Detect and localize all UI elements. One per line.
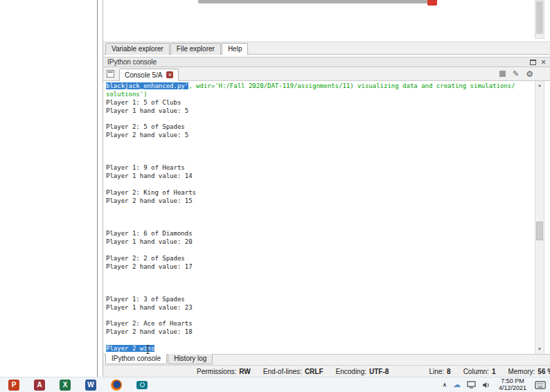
excel-icon[interactable]: X [60,380,71,391]
undock-pane-icon[interactable] [530,60,536,65]
editor-scrollbar-thumb[interactable] [536,1,543,34]
tab-file-explorer[interactable]: File explorer [170,43,221,55]
console-text [106,148,109,155]
console-line [106,214,535,222]
console-text: Player 1 hand value: 14 [106,172,193,179]
console-text: Player 2 hand value: 17 [106,263,193,270]
console-text: Player 1: 9 of Hearts [106,164,185,171]
bottom-pane-tabs: IPython consoleHistory log [103,354,550,365]
console-line: Player 2: King of Hearts [106,189,535,197]
scroll-up-icon[interactable]: ▲ [535,81,544,90]
console-line: Player 2: 2 of Spades [106,255,535,263]
status-label: Column: [463,368,489,375]
scroll-down-icon[interactable]: ▼ [535,345,544,354]
console-line [106,279,535,287]
status-value: RW [239,368,250,375]
console-toolbar: ✎ ⚙ [499,70,550,78]
console-text: Player 2 hand value: 15 [106,197,193,204]
gear-icon[interactable]: ⚙ [526,70,533,78]
screen: Variable explorerFile explorerHelp IPyth… [0,0,550,392]
firefox-icon[interactable] [111,380,122,391]
console-line: Player 1: 3 of Spades [106,296,535,304]
powerpoint-icon[interactable]: P [8,380,19,391]
tab-help[interactable]: Help [222,43,249,55]
console-line [106,206,535,214]
console-tab-label: Console 5/A [125,71,162,79]
console-text [106,214,109,221]
console-text: Player 1 hand value: 5 [106,107,188,114]
console-text: Player 2: 5 of Spades [106,123,185,130]
console-line: Player 2: Ace of Hearts [106,320,535,328]
console-scrollbar[interactable]: ▲ ▼ [535,81,544,354]
console-text [106,312,109,319]
touch-keyboard-icon[interactable] [535,381,546,389]
status-memory: Memory:56 % [508,368,550,375]
console-line: Player 1 hand value: 20 [106,238,535,247]
console-text [106,140,109,147]
spyder-window: Variable explorerFile explorerHelp IPyth… [103,0,550,377]
close-pane-icon[interactable]: × [541,59,546,66]
console-text [106,287,109,294]
console-line [106,247,535,255]
console-text: Player 1: 3 of Spades [106,296,185,303]
console-line: Player 2 hand value: 5 [106,132,535,140]
console-line: blackjack_enhanced.py', wdir='H:/Fall 20… [106,82,535,91]
pane-header-icons: × [530,59,546,66]
word-icon[interactable]: W [85,380,96,391]
console-line [106,157,535,165]
status-permissions: Permissions:RW [197,368,251,375]
console-tabbar: Console 5/A × ✎ ⚙ [103,67,550,81]
display-icon[interactable] [467,381,476,389]
console-text [106,247,109,253]
console-line [106,222,535,230]
close-console-tab-icon[interactable]: × [166,71,173,78]
console-text: , wdir='H:/Fall 2020/DAT-119/assignments… [188,82,515,89]
system-tray: ∧ ☁ 7:50 PM 4/12/2021 [443,377,546,392]
console-line: Player 1: 6 of Diamonds [106,230,535,238]
console-text: Player 2: 2 of Spades [106,255,185,262]
console-text [106,279,109,286]
tab-variable-explorer[interactable]: Variable explorer [105,43,170,55]
tab-console-5a[interactable]: Console 5/A × [119,69,179,81]
console-icon[interactable] [107,70,114,78]
status-label: Line: [429,368,444,375]
pencil-icon[interactable]: ✎ [513,70,519,78]
mouse-text-cursor [148,345,148,354]
console-text: solutions') [106,91,148,98]
record-button[interactable] [427,0,437,6]
status-value: 8 [447,368,451,375]
clock-date: 4/12/2021 [499,385,526,392]
console-line [106,312,535,321]
console-text: Player 1: 6 of Diamonds [106,230,193,237]
tab-history-log[interactable]: History log [168,354,213,364]
taskbar: PAXW ∧ ☁ 7:50 PM 4/12/2021 [0,377,550,392]
camera-icon[interactable] [136,381,148,389]
status-bar: Permissions:RWEnd-of-lines:CRLFEncoding:… [103,365,550,377]
console-line: Player 2: 5 of Spades [106,123,535,132]
access-icon[interactable]: A [34,380,45,391]
taskbar-clock[interactable]: 7:50 PM 4/12/2021 [499,378,526,391]
console-line [106,271,535,279]
console-line: Player 1 hand value: 5 [106,107,535,116]
console-text [106,206,109,213]
stop-icon[interactable] [499,71,506,77]
hidden-icons-chevron-icon[interactable]: ∧ [443,382,447,388]
cloud-icon[interactable]: ☁ [453,381,461,389]
status-label: Encoding: [336,368,366,375]
console-line: Player 1 hand value: 23 [106,304,535,312]
status-value: UTF-8 [369,368,389,375]
console-text: Player 2: Ace of Hearts [106,320,193,327]
console-scrollbar-thumb[interactable] [536,222,543,240]
console-output[interactable]: blackjack_enhanced.py', wdir='H:/Fall 20… [103,81,535,354]
explorer-tabs: Variable explorerFile explorerHelp [103,42,550,55]
editor-scrollbar[interactable] [535,0,544,39]
screen-recorder-bar [198,0,437,3]
status-value: CRLF [305,368,323,375]
console-text: Player 2 hand value: 5 [106,132,188,139]
tab-ipython-console[interactable]: IPython console [105,354,167,364]
console-text: Player 1 hand value: 20 [106,238,193,245]
status-label: Permissions: [197,368,236,375]
editor-area [103,0,550,42]
console-text [106,181,109,188]
speaker-icon[interactable] [482,382,490,389]
